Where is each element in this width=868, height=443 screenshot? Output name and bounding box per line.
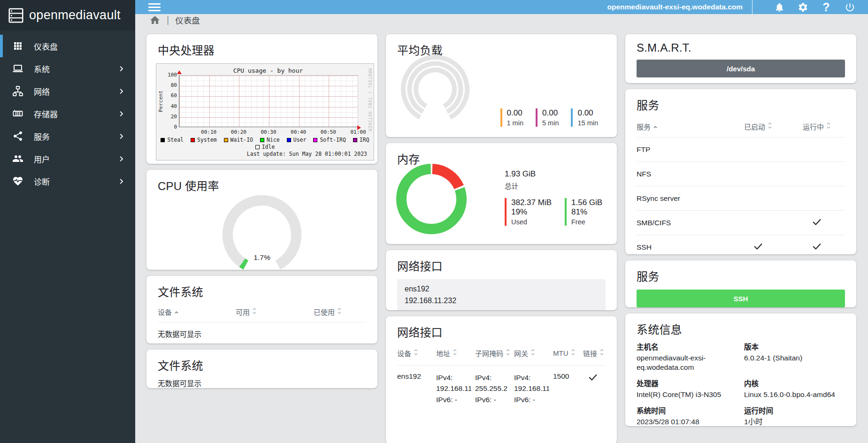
column-header[interactable]: 子网掩码 bbox=[475, 348, 514, 358]
column-header[interactable]: 服务 bbox=[637, 122, 728, 131]
column-header[interactable]: 已启动 bbox=[728, 122, 789, 131]
sort-icon bbox=[506, 349, 510, 357]
service-name: NFS bbox=[637, 170, 728, 178]
home-icon[interactable] bbox=[149, 15, 161, 26]
help-icon[interactable]: ? bbox=[820, 1, 832, 13]
service-row[interactable]: SSH bbox=[637, 235, 845, 254]
rrd-x-tick: 00:50 bbox=[320, 129, 337, 135]
sidebar-item-diagnostics[interactable]: 诊断 bbox=[0, 170, 135, 192]
legend-item: IRQ bbox=[353, 137, 369, 143]
services-button-card: 服务 SSH bbox=[625, 260, 856, 307]
field-value: Linux 5.16.0-0.bpo.4-amd64 bbox=[744, 390, 838, 399]
service-row[interactable]: RSync server bbox=[637, 186, 845, 210]
chevron-right-icon bbox=[118, 110, 125, 117]
sort-icon bbox=[453, 349, 457, 357]
column-header[interactable]: 设备 bbox=[397, 348, 436, 358]
stat-value: 0.00 bbox=[577, 108, 598, 118]
cpu-usage-value: 1.7% bbox=[146, 253, 377, 262]
column-header[interactable]: 运行中 bbox=[789, 122, 845, 131]
power-icon[interactable] bbox=[844, 1, 856, 13]
diagnostics-heart-icon bbox=[12, 176, 23, 187]
memory-details: 1.93 GiB 总计 382.37 MiB19%Used1.56 GiB81%… bbox=[505, 169, 602, 226]
logo-bar: openmediavault bbox=[0, 0, 135, 31]
address-line: IPv4: bbox=[475, 372, 510, 383]
service-row[interactable]: SMB/CIFS bbox=[637, 210, 845, 235]
chevron-right-icon bbox=[118, 88, 125, 95]
users-group-icon bbox=[12, 153, 23, 164]
filesystem-table-header: 设备可用已使用 bbox=[158, 301, 366, 322]
address-line: 255.255.2 bbox=[475, 383, 510, 394]
stat-label: 1 min bbox=[507, 119, 523, 127]
memory-card: 内存 1.93 GiB 总计 382.37 MiB19%Used1.56 GiB… bbox=[386, 143, 617, 244]
gateway-cell: IPv4:192.168.11IPv6: - bbox=[514, 372, 553, 405]
card-title: 文件系统 bbox=[158, 357, 366, 373]
legend-label: Soft-IRQ bbox=[320, 137, 346, 143]
sort-icon bbox=[768, 122, 772, 130]
filesystem-table-card: 文件系统 设备可用已使用 无数据可显示 bbox=[146, 276, 377, 344]
service-running-cell bbox=[789, 241, 845, 253]
sidebar-item-dashboard[interactable]: 仪表盘 bbox=[0, 35, 135, 57]
dashboard-content: 中央处理器 CPU usage - by hour Percent 100806… bbox=[135, 26, 868, 443]
rrd-y-tick: 60 bbox=[171, 93, 177, 99]
system-info-field: 处理器Intel(R) Core(TM) i3-N305 bbox=[637, 379, 744, 399]
storage-drive-icon bbox=[12, 108, 23, 119]
network-table-row[interactable]: ens192IPv4:192.168.11.232IPv6: -IPv4:255… bbox=[397, 365, 606, 412]
column-header[interactable]: 网关 bbox=[514, 348, 553, 358]
running-check-icon bbox=[812, 217, 822, 229]
column-label: 已启动 bbox=[744, 122, 765, 131]
smart-card: S.M.A.R.T. /dev/sda bbox=[625, 34, 856, 83]
mtu-cell: 1500 bbox=[553, 372, 583, 381]
address-line: IPv4: bbox=[514, 372, 549, 383]
network-table-header: 设备地址子网掩码网关MTU链接 bbox=[397, 341, 606, 365]
field-value: openmediavault-exsi-eq.wodedata.com bbox=[637, 353, 737, 372]
stat-value: 1.56 GiB bbox=[571, 198, 602, 207]
chevron-right-icon bbox=[118, 65, 125, 72]
breadcrumb: | 仪表盘 bbox=[135, 14, 868, 26]
menu-hamburger-icon[interactable] bbox=[148, 1, 161, 13]
smart-device-button[interactable]: /dev/sda bbox=[637, 60, 845, 77]
filesystem-card: 文件系统 无数据可显示 bbox=[146, 350, 377, 388]
network-interface-summary: ens192192.168.11.232- bbox=[397, 279, 606, 310]
column-label: 运行中 bbox=[803, 122, 824, 131]
rrd-x-tick: 01:00 bbox=[350, 129, 367, 135]
address-line: IPv6: - bbox=[475, 394, 510, 405]
memory-total-value: 1.93 GiB bbox=[505, 169, 602, 179]
column-header[interactable]: 已使用 bbox=[314, 307, 366, 317]
stat-value: 382.37 MiB bbox=[511, 198, 552, 207]
notifications-bell-icon[interactable] bbox=[773, 1, 785, 13]
rrd-legend-row2: Idle bbox=[156, 144, 374, 150]
legend-swatch bbox=[191, 138, 195, 142]
service-row[interactable]: NFS bbox=[637, 161, 845, 186]
load-average-stats: 0.001 min0.005 min0.0015 min bbox=[500, 108, 598, 127]
service-name: SSH bbox=[637, 243, 728, 252]
sidebar-item-storage[interactable]: 存储器 bbox=[0, 102, 135, 125]
legend-label: System bbox=[197, 137, 217, 143]
settings-gear-icon[interactable] bbox=[797, 1, 809, 13]
dashboard-grid-icon bbox=[12, 40, 23, 52]
column-header[interactable]: MTU bbox=[553, 349, 583, 357]
rrd-watermark: RRDTOOL / TOBI OETIKER bbox=[368, 69, 372, 132]
sidebar-item-system[interactable]: 系统 bbox=[0, 57, 135, 80]
column-header[interactable]: 设备 bbox=[158, 307, 236, 317]
sidebar-item-network[interactable]: 网络 bbox=[0, 80, 135, 102]
system-info-field: 系统时间2023/5/28 01:07:48 bbox=[637, 406, 744, 426]
hostname-label: openmediavault-exsi-eq.wodedata.com bbox=[607, 3, 743, 11]
ssh-service-button[interactable]: SSH bbox=[637, 290, 845, 307]
legend-label: Steal bbox=[167, 137, 184, 143]
netmask-cell: IPv4:255.255.2IPv6: - bbox=[475, 372, 514, 405]
stat-label: Free bbox=[571, 218, 602, 226]
legend-item: Idle bbox=[255, 144, 275, 150]
service-enabled-cell bbox=[728, 241, 789, 253]
service-row[interactable]: FTP bbox=[637, 137, 845, 161]
sort-icon bbox=[599, 349, 604, 357]
column-label: 可用 bbox=[236, 307, 250, 317]
sidebar-item-users[interactable]: 用户 bbox=[0, 147, 135, 170]
address-line: IPv6: - bbox=[514, 394, 549, 405]
column-header[interactable]: 链接 bbox=[583, 348, 606, 358]
legend-swatch bbox=[287, 138, 291, 142]
load-average-rings bbox=[400, 54, 470, 126]
column-header[interactable]: 地址 bbox=[436, 348, 475, 358]
interface-line: 192.168.11.232 bbox=[405, 295, 598, 307]
sidebar-item-services[interactable]: 服务 bbox=[0, 125, 135, 147]
column-header[interactable]: 可用 bbox=[236, 307, 314, 317]
